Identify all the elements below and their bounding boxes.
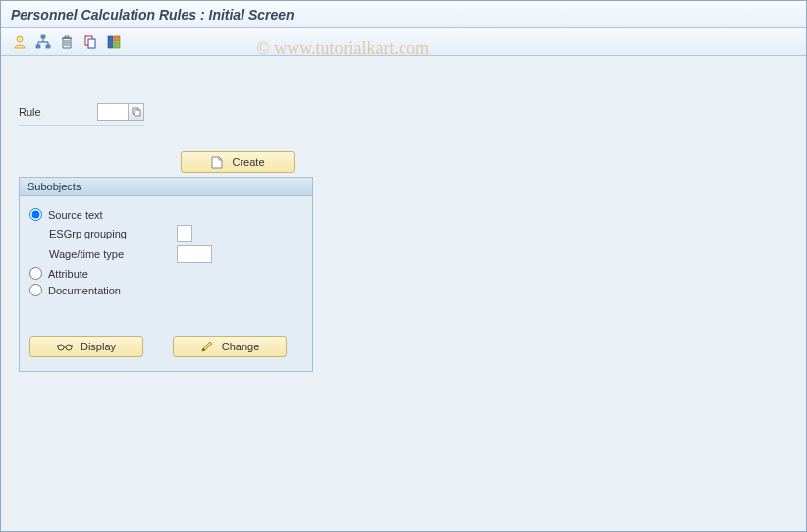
svg-rect-10 (134, 110, 140, 116)
pencil-icon (200, 340, 214, 353)
wagetype-input[interactable] (177, 245, 212, 263)
radio-source-text-label: Source text (48, 209, 103, 221)
change-label: Change (222, 341, 260, 352)
rule-input[interactable] (97, 103, 129, 121)
svg-rect-6 (108, 36, 113, 48)
radio-documentation-label: Documentation (48, 285, 121, 296)
toolbar (1, 28, 806, 56)
display-button[interactable]: Display (29, 336, 143, 357)
delete-icon[interactable] (56, 31, 78, 53)
esgrp-row: ESGrp grouping (49, 225, 302, 242)
svg-point-11 (58, 345, 64, 350)
change-button[interactable]: Change (173, 336, 287, 357)
esgrp-label: ESGrp grouping (49, 228, 177, 239)
rule-label: Rule (19, 106, 97, 118)
groupbox-body: Source text ESGrp grouping Wage/time typ… (20, 196, 312, 371)
glasses-icon (57, 342, 73, 351)
radio-source-text-input[interactable] (29, 208, 42, 221)
display-label: Display (81, 341, 116, 352)
svg-rect-7 (114, 36, 120, 41)
svg-point-0 (17, 36, 23, 42)
wagetype-row: Wage/time type (49, 245, 302, 263)
layout-icon[interactable] (103, 31, 125, 53)
radio-documentation[interactable]: Documentation (29, 284, 302, 296)
radio-attribute[interactable]: Attribute (29, 267, 302, 280)
create-label: Create (232, 156, 264, 168)
copy-icon[interactable] (80, 31, 101, 53)
radio-source-text[interactable]: Source text (29, 208, 302, 221)
svg-rect-8 (114, 42, 120, 48)
source-text-subfields: ESGrp grouping Wage/time type (49, 225, 302, 263)
rule-field-row: Rule (19, 103, 806, 121)
svg-rect-5 (88, 39, 95, 48)
radio-attribute-input[interactable] (29, 267, 42, 280)
page-title: Personnel Calculation Rules : Initial Sc… (11, 7, 796, 23)
title-bar: Personnel Calculation Rules : Initial Sc… (1, 1, 806, 28)
svg-rect-3 (46, 45, 50, 48)
separator (19, 125, 144, 126)
content-area: Rule Create Subobjects Source te (1, 56, 806, 372)
wagetype-label: Wage/time type (49, 248, 177, 260)
svg-point-12 (66, 345, 72, 350)
user-icon[interactable] (9, 31, 30, 53)
search-help-icon (132, 107, 141, 117)
radio-attribute-label: Attribute (48, 268, 88, 280)
hierarchy-icon[interactable] (32, 31, 54, 53)
subobjects-groupbox: Subobjects Source text ESGrp grouping Wa… (19, 177, 313, 372)
rule-f4-help-button[interactable] (129, 103, 144, 121)
groupbox-title: Subobjects (20, 178, 312, 196)
svg-rect-1 (41, 35, 45, 38)
create-button-row: Create (181, 151, 806, 173)
radio-documentation-input[interactable] (29, 284, 42, 296)
action-button-row: Display Change (29, 336, 302, 357)
create-icon (210, 155, 224, 169)
svg-rect-2 (36, 45, 40, 48)
esgrp-input[interactable] (177, 225, 192, 242)
create-button[interactable]: Create (181, 151, 295, 173)
